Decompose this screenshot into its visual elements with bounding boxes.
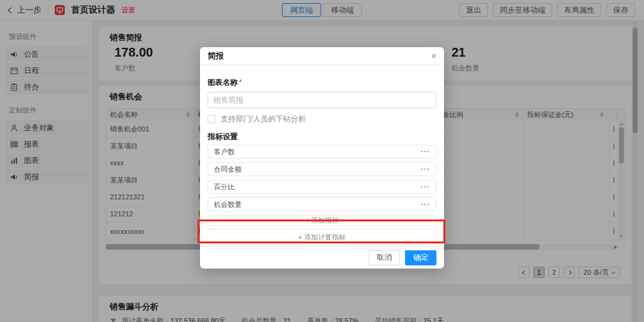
indicator-item-opportunity-count[interactable]: 机会数量 ···	[208, 197, 436, 211]
modal-header: 简报 ×	[200, 47, 444, 65]
drill-down-option: 支持部门/人员的下钻分析	[208, 114, 436, 125]
indicator-item-customers[interactable]: 客户数 ···	[208, 145, 436, 158]
drill-down-checkbox[interactable]	[208, 115, 216, 123]
drill-down-label: 支持部门/人员的下钻分析	[221, 114, 306, 125]
more-icon[interactable]: ···	[421, 182, 430, 191]
cancel-button[interactable]: 取消	[369, 250, 400, 265]
chart-name-label: 图表名称*	[208, 77, 436, 88]
confirm-button[interactable]: 确定	[405, 250, 436, 265]
more-icon[interactable]: ···	[421, 165, 430, 174]
more-icon[interactable]: ···	[421, 200, 430, 209]
indicator-settings-label: 指标设置	[208, 131, 436, 142]
required-asterisk: *	[239, 78, 242, 87]
indicator-list: 客户数 ··· 合同金额 ··· 百分比 ··· 机会数量 ···	[208, 145, 436, 211]
modal-footer: 取消 确定	[200, 246, 444, 269]
add-calc-indicator-button[interactable]: + 添加计算指标	[208, 229, 436, 245]
homepage-designer-screen: 上一步 首页设计器 设置 网页端 移动端 退出 同步至移动端 布局属性 保存 预…	[0, 0, 644, 322]
modal-title: 简报	[208, 50, 224, 62]
add-indicator-button[interactable]: + 添加指标	[208, 215, 436, 226]
indicator-item-contract-amount[interactable]: 合同金额 ···	[208, 162, 436, 176]
chart-name-input[interactable]	[208, 92, 436, 108]
close-icon[interactable]: ×	[431, 51, 436, 60]
indicator-item-percentage[interactable]: 百分比 ···	[208, 180, 436, 194]
more-icon[interactable]: ···	[421, 147, 430, 156]
brief-settings-modal: 简报 × 图表名称* 支持部门/人员的下钻分析 指标设置 客户数 ··· 合同金…	[200, 47, 444, 269]
